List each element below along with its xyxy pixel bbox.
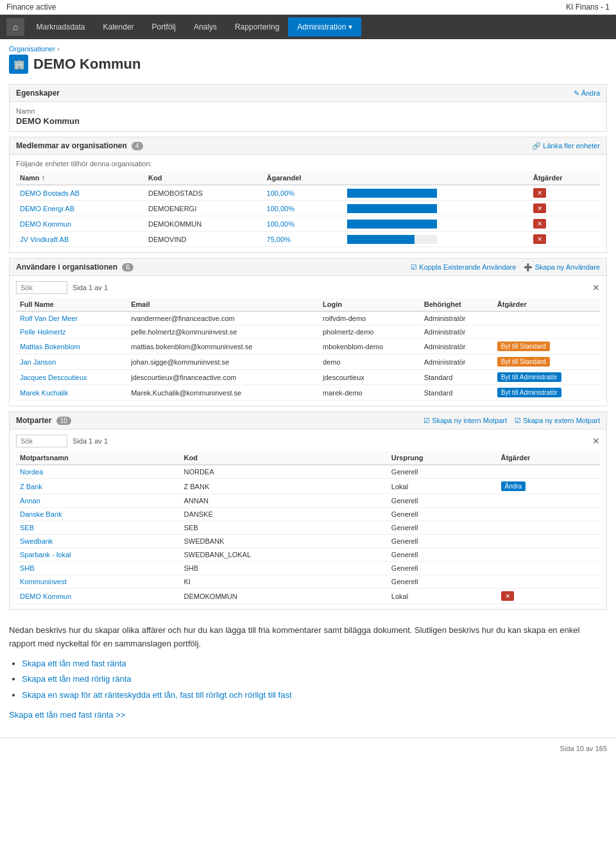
user-name[interactable]: Pelle Holmertz [16,325,127,339]
motpart-action[interactable] [497,562,601,575]
motpart-action[interactable] [497,494,601,508]
user-email: mattias.bokenblom@kommuninvest.se [127,339,319,354]
motpart-name[interactable]: SEB [16,521,180,535]
motpart-name[interactable]: Swedbank [16,535,180,548]
motparter-close-icon[interactable]: ✕ [592,436,600,446]
link-rorlig-ranta[interactable]: Skapa ett lån med rörlig ränta [22,674,132,684]
properties-body: Namn DEMO Kommun [10,102,606,131]
motpart-action[interactable] [497,575,601,589]
member-pct-link[interactable]: 75,00% [263,232,343,247]
link-existing-user[interactable]: ☑ Koppla Existerande Användare [411,263,516,272]
motpart-action[interactable] [497,535,601,548]
delete-member-button[interactable]: ✕ [533,219,546,229]
motpart-ursprung: Generell [388,494,497,508]
table-row: DEMO Energi AB DEMOENERGI 100,00% ✕ [16,201,600,216]
motpart-action[interactable] [497,508,601,521]
users-badge: 6 [122,263,133,272]
role-switch-button[interactable]: Byt till Standard [497,342,550,351]
properties-section: Egenskaper ✎ Ändra Namn DEMO Kommun [9,84,607,132]
motpart-name[interactable]: Annan [16,494,180,508]
motpart-action[interactable] [497,521,601,535]
member-action[interactable]: ✕ [529,216,600,232]
member-action[interactable]: ✕ [529,201,600,216]
motpart-name[interactable]: Danske Bank [16,508,180,521]
user-name[interactable]: Rolf Van Der Meer [16,311,127,325]
table-row: Jan Janson johan.sigge@kommuninvest.se d… [16,354,600,370]
user-name[interactable]: Jacques Descoutieux [16,370,127,385]
member-name[interactable]: JV Vindkraft AB [16,232,144,247]
member-pct-link[interactable]: 100,00% [263,185,343,201]
motpart-name[interactable]: Sparbank - lokal [16,548,180,562]
motparter-body: Sida 1 av 1 ✕ Motpartsnamn Kod Ursprung … [10,429,606,609]
member-action[interactable]: ✕ [529,232,600,247]
motpart-action[interactable]: Ändra [497,479,601,494]
motpart-kod: SHB [180,562,387,575]
user-action[interactable] [493,325,600,339]
member-action[interactable]: ✕ [529,185,600,201]
home-button[interactable]: ⌂ [6,18,24,36]
navigation: ⌂ Marknadsdata Kalender Portfölj Analys … [0,15,616,39]
motpart-name[interactable]: Nordea [16,465,180,479]
member-name[interactable]: DEMO Bostads AB [16,185,144,201]
motparter-table: Motpartsnamn Kod Ursprung Åtgärder Norde… [16,451,600,604]
role-switch-button[interactable]: Byt till Standard [497,357,550,367]
user-name[interactable]: Jan Janson [16,354,127,370]
nav-analys[interactable]: Analys [185,17,226,37]
delete-member-button[interactable]: ✕ [533,188,546,198]
breadcrumb[interactable]: Organisationer [9,45,60,53]
member-pct-link[interactable]: 100,00% [263,201,343,216]
users-search-input[interactable] [16,281,67,294]
user-name[interactable]: Mattias Bokenblom [16,339,127,354]
motpart-action[interactable]: ✕ [497,589,601,604]
bottom-link[interactable]: Skapa ett lån med fast ränta >> [9,709,607,722]
table-row: SEB SEB Generell [16,521,600,535]
delete-motpart-button[interactable]: ✕ [501,591,514,601]
role-switch-button[interactable]: Byt till Administratör [497,372,561,382]
user-action[interactable]: Byt till Administratör [493,385,600,401]
motpart-name[interactable]: Z Bank [16,479,180,494]
motparter-search-input[interactable] [16,435,67,447]
users-section-header: Användare i organisationen 6 ☑ Koppla Ex… [10,259,606,276]
member-bar [343,201,529,216]
users-section: Användare i organisationen 6 ☑ Koppla Ex… [9,258,607,406]
motpart-action[interactable] [497,465,601,479]
nav-portfolj[interactable]: Portfölj [143,17,185,37]
member-name[interactable]: DEMO Energi AB [16,201,144,216]
nav-rapportering[interactable]: Rapportering [226,17,288,37]
motpart-name[interactable]: Kommuninvest [16,575,180,589]
user-action[interactable]: Byt till Standard [493,339,600,354]
user-role: Administratör [420,354,493,370]
user-action[interactable]: Byt till Administratör [493,370,600,385]
motpart-name[interactable]: SHB [16,562,180,575]
create-new-user[interactable]: ➕ Skapa ny Användare [524,263,600,272]
member-pct-link[interactable]: 100,00% [263,216,343,232]
create-extern-motpart[interactable]: ☑ Skapa ny extern Motpart [515,417,600,425]
link-swap[interactable]: Skapa en swap för att ränteskydda ett lå… [22,690,292,700]
members-table-header: Namn ↑ Kod Ägarandel Åtgärder [16,171,600,185]
motpart-action[interactable] [497,548,601,562]
col-bar [343,171,529,185]
user-action[interactable]: Byt till Standard [493,354,600,370]
user-action[interactable] [493,311,600,325]
role-switch-button[interactable]: Byt till Administratör [497,388,561,397]
edit-motpart-button[interactable]: Ändra [501,481,526,491]
member-name[interactable]: DEMO Kommun [16,216,144,232]
delete-member-button[interactable]: ✕ [533,234,546,244]
link-more-units[interactable]: 🔗 Länka fler enheter [532,142,600,150]
motpart-kod: SWEDBANK [180,535,387,548]
link-fast-ranta[interactable]: Skapa ett lån med fast ränta [22,659,126,668]
users-table-header: Full Name Email Login Behörighet Åtgärde… [16,298,600,311]
edit-link[interactable]: ✎ Ändra [574,89,600,98]
nav-kalender[interactable]: Kalender [94,17,143,37]
users-close-icon[interactable]: ✕ [592,282,600,293]
user-role: Administratör [420,311,493,325]
motpart-name[interactable]: DEMO Kommun [16,589,180,604]
table-row: DEMO Kommun DEMOKOMMUN Lokal ✕ [16,589,600,604]
nav-marknadsdata[interactable]: Marknadsdata [27,17,94,37]
finance-active-label: Finance active [6,3,56,12]
create-intern-motpart[interactable]: ☑ Skapa ny intern Motpart [424,417,507,425]
motpart-kod: NORDEA [180,465,387,479]
user-name[interactable]: Marek Kuchalik [16,385,127,401]
nav-administration[interactable]: Administration [288,17,361,37]
delete-member-button[interactable]: ✕ [533,203,546,213]
